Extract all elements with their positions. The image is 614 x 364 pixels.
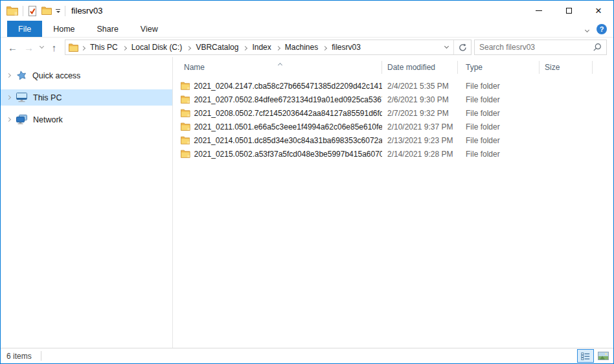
status-separator — [41, 351, 41, 361]
table-row[interactable]: 2021_0214.0501.dc85d34e30c84a31ba698353c… — [173, 133, 613, 147]
minimize-icon — [536, 10, 542, 11]
folder-icon — [181, 136, 190, 144]
details-view-icon — [581, 352, 590, 360]
breadcrumb-chevron-icon — [82, 43, 85, 52]
toolbar-separator — [65, 6, 65, 16]
items-count: 6 items — [6, 352, 32, 361]
breadcrumb-index[interactable]: Index — [247, 43, 275, 52]
close-icon: × — [595, 5, 602, 16]
table-row[interactable]: 2021_0208.0502.7cf21452036442aa84127a855… — [173, 106, 613, 120]
details-view-button[interactable] — [577, 349, 594, 363]
expand-chevron-icon[interactable] — [6, 95, 11, 100]
breadcrumb-chevron-icon — [244, 43, 247, 52]
date-modified-cell: 2/10/2021 9:37 PM — [382, 122, 458, 131]
customize-quick-access-toolbar-dropdown[interactable] — [56, 9, 60, 13]
breadcrumb-chevron-icon — [277, 43, 280, 52]
thumbnail-view-icon — [598, 352, 609, 360]
minimize-button[interactable] — [524, 1, 554, 21]
address-row: ← → ↑ This PC Local Disk (C:) VBRCatalog… — [1, 38, 613, 57]
date-modified-cell: 2/6/2021 9:30 PM — [382, 95, 458, 104]
expand-chevron-icon[interactable] — [6, 73, 11, 78]
refresh-icon — [459, 43, 467, 52]
back-button[interactable]: ← — [5, 39, 21, 56]
folder-icon — [181, 109, 190, 117]
file-name-cell: 2021_0208.0502.7cf21452036442aa84127a855… — [173, 109, 382, 118]
chevron-down-icon — [444, 44, 448, 49]
breadcrumb-filesrv03[interactable]: filesrv03 — [327, 43, 365, 52]
sidebar-item-network[interactable]: Network — [1, 111, 172, 128]
recent-locations-dropdown[interactable] — [37, 39, 46, 56]
breadcrumb-chevron-icon — [123, 43, 126, 52]
table-row[interactable]: 2021_0211.0501.e66a5c3eee1f4994a62c06e85… — [173, 120, 613, 133]
location-folder-icon — [69, 43, 78, 52]
file-name-cell: 2021_0207.0502.84dfee6723134d19a01ed0925… — [173, 95, 382, 104]
address-bar[interactable]: This PC Local Disk (C:) VBRCatalog Index… — [65, 40, 472, 55]
breadcrumb-this-pc[interactable]: This PC — [85, 43, 122, 52]
explorer-window: { "window": { "title": "filesrv03" }, "r… — [0, 0, 614, 364]
main-area: Quick access This PC — [1, 57, 613, 348]
folder-icon — [181, 122, 190, 131]
column-header-type[interactable]: Type — [458, 61, 540, 74]
close-button[interactable]: × — [584, 1, 613, 21]
column-header-date-modified[interactable]: Date modified — [382, 61, 458, 74]
tab-view[interactable]: View — [130, 21, 169, 37]
search-icon — [593, 43, 602, 52]
table-row[interactable]: 2021_0204.2147.cba58c27b665471385d2209d4… — [173, 79, 613, 93]
file-list-view: Name Date modified Type Size 2021_0204.2… — [173, 57, 613, 348]
navigation-pane: Quick access This PC — [1, 57, 173, 348]
quick-access-toolbar — [1, 6, 65, 16]
sidebar-item-this-pc[interactable]: This PC — [1, 89, 172, 106]
type-cell: File folder — [458, 122, 540, 131]
breadcrumb-local-disk[interactable]: Local Disk (C:) — [127, 43, 187, 52]
file-name-cell: 2021_0214.0501.dc85d34e30c84a31ba698353c… — [173, 136, 382, 145]
monitor-icon — [16, 93, 27, 102]
date-modified-cell: 2/14/2021 9:28 PM — [382, 150, 458, 159]
type-cell: File folder — [458, 95, 540, 104]
breadcrumb-vbrcatalog[interactable]: VBRCatalog — [191, 43, 243, 52]
large-icons-view-button[interactable] — [595, 349, 611, 363]
file-name-cell: 2021_0204.2147.cba58c27b665471385d2209d4… — [173, 82, 382, 91]
sidebar-item-label: This PC — [33, 93, 62, 102]
address-dropdown-button[interactable] — [439, 47, 453, 48]
type-cell: File folder — [458, 82, 540, 91]
network-icon — [16, 115, 27, 124]
collapse-ribbon-button[interactable] — [586, 25, 589, 34]
chevron-down-icon — [585, 27, 589, 32]
tab-home[interactable]: Home — [42, 21, 85, 37]
date-modified-cell: 2/13/2021 9:23 PM — [382, 136, 458, 145]
up-button[interactable]: ↑ — [46, 39, 62, 56]
column-header-name[interactable]: Name — [173, 61, 382, 74]
status-bar: 6 items — [1, 348, 613, 363]
star-icon — [16, 71, 27, 80]
date-modified-cell: 2/7/2021 9:32 PM — [382, 109, 458, 118]
forward-button[interactable]: → — [21, 39, 37, 56]
refresh-button[interactable] — [454, 43, 471, 52]
file-name-cell: 2021_0211.0501.e66a5c3eee1f4994a62c06e85… — [173, 122, 382, 131]
maximize-icon — [566, 8, 572, 14]
sidebar-item-label: Quick access — [32, 71, 80, 80]
column-header-size[interactable]: Size — [540, 61, 593, 74]
breadcrumb-machines[interactable]: Machines — [280, 43, 323, 52]
window-title: filesrv03 — [71, 6, 102, 16]
table-row[interactable]: 2021_0207.0502.84dfee6723134d19a01ed0925… — [173, 93, 613, 106]
breadcrumb-chevron-icon — [187, 43, 190, 52]
properties-button[interactable] — [28, 6, 37, 16]
tab-file[interactable]: File — [7, 21, 42, 37]
sidebar-item-quick-access[interactable]: Quick access — [1, 67, 172, 84]
expand-chevron-icon[interactable] — [6, 117, 11, 122]
file-name-cell: 2021_0215.0502.a53f37a5fcd048e3be5997b41… — [173, 150, 382, 159]
window-controls: × — [524, 1, 613, 21]
maximize-button[interactable] — [554, 1, 584, 21]
toolbar-separator — [23, 6, 23, 16]
sidebar-item-label: Network — [33, 115, 63, 124]
type-cell: File folder — [458, 136, 540, 145]
chevron-down-icon — [39, 44, 43, 49]
search-box[interactable] — [474, 40, 607, 55]
search-input[interactable] — [479, 43, 593, 52]
folder-icon — [181, 95, 190, 104]
new-folder-button[interactable] — [41, 6, 52, 15]
title-bar: filesrv03 × — [1, 1, 613, 21]
help-button[interactable]: ? — [597, 24, 607, 34]
table-row[interactable]: 2021_0215.0502.a53f37a5fcd048e3be5997b41… — [173, 147, 613, 161]
tab-share[interactable]: Share — [86, 21, 130, 37]
